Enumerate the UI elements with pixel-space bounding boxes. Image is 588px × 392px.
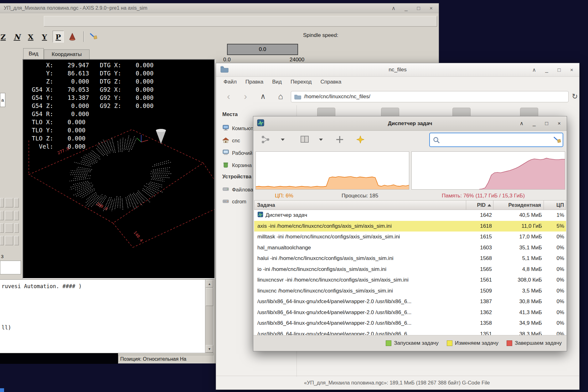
sidebar-item-cdrom[interactable]: cdrom <box>222 198 246 206</box>
process-row[interactable]: halui -ini /home/cnc/linuxcnc/configs/ax… <box>254 253 566 264</box>
side-entry[interactable]: a <box>0 93 5 107</box>
scroll-up-icon[interactable]: ▲ <box>206 280 213 288</box>
jog-button[interactable] <box>0 211 4 220</box>
jog-button[interactable] <box>5 198 13 207</box>
process-name-text: linuxcncsvr -ini /home/cnc/linuxcnc/conf… <box>257 277 409 283</box>
up-icon[interactable]: ∧ <box>256 88 270 105</box>
process-name: halui -ini /home/cnc/linuxcnc/configs/ax… <box>254 255 466 262</box>
clear-search-icon[interactable] <box>553 136 561 145</box>
process-tree-icon[interactable] <box>261 135 270 144</box>
file-manager-titlebar[interactable]: nc_files ∧ _ □ × <box>216 63 579 77</box>
shade-button[interactable]: ∧ <box>390 6 397 11</box>
dimension-label: 280.8 <box>95 201 109 211</box>
process-row[interactable]: axis -ini /home/cnc/linuxcnc/configs/axi… <box>254 221 566 232</box>
minimize-button[interactable]: _ <box>544 67 550 73</box>
pick-window-icon[interactable] <box>335 135 344 144</box>
sidebar-item-trash[interactable]: Корзина <box>222 162 252 169</box>
sidebar-item-cnc[interactable]: cnc <box>222 137 240 145</box>
tab-preview[interactable]: Вид <box>23 48 44 59</box>
search-field[interactable] <box>429 133 563 147</box>
file-manager-title: nc_files <box>216 67 579 73</box>
process-row[interactable]: /usr/lib/x86_64-linux-gnu/xfce4/panel/wr… <box>254 307 566 318</box>
axis-view-x-button[interactable]: X <box>25 31 36 43</box>
process-row[interactable]: Диспетчер задач164240,5 МиБ1% <box>254 210 566 221</box>
maximize-button[interactable]: □ <box>415 6 422 11</box>
column-header-resident[interactable]: Резидентная <box>493 200 544 210</box>
process-name-text: milltask -ini /home/cnc/linuxcnc/configs… <box>257 234 400 240</box>
back-icon[interactable]: ‹ <box>222 88 235 105</box>
jog-button[interactable] <box>0 223 4 233</box>
minimize-button[interactable]: _ <box>403 6 409 11</box>
column-header-cpu[interactable]: ЦП <box>544 200 566 210</box>
chevron-down-icon[interactable] <box>319 139 323 141</box>
file-icon-partial[interactable] <box>452 108 471 116</box>
process-row[interactable]: linuxcncsvr -ini /home/cnc/linuxcnc/conf… <box>254 275 566 286</box>
menu-файл[interactable]: Файл <box>219 79 241 85</box>
menu-справка[interactable]: Справка <box>316 79 346 85</box>
places-header: Места <box>222 111 238 117</box>
scroll-down-icon[interactable]: ▼ <box>206 345 213 353</box>
process-row[interactable]: /usr/lib/x86_64-linux-gnu/xfce4/panel/wr… <box>254 329 566 336</box>
spindle-scale-max: 24000 <box>290 57 304 63</box>
close-button[interactable]: × <box>428 6 434 11</box>
process-row[interactable]: hal_manualtoolchange160335,1 МиБ0% <box>254 242 566 253</box>
process-row[interactable]: milltask -ini /home/cnc/linuxcnc/configs… <box>254 232 566 242</box>
path-bar[interactable]: /home/cnc/linuxcnc/nc_files/ <box>291 91 569 102</box>
jog-button[interactable] <box>14 198 19 207</box>
sparkle-icon[interactable] <box>356 135 365 144</box>
process-row[interactable]: io -ini /home/cnc/linuxcnc/configs/axis_… <box>254 264 566 275</box>
axis-view-z-button[interactable]: Z <box>0 31 9 43</box>
dimension-label: 140.4 <box>133 230 144 243</box>
process-name-text: hal_manualtoolchange <box>257 245 311 251</box>
jog-button[interactable] <box>14 236 19 245</box>
gcode-scrollbar[interactable]: ▲ ▼ <box>205 280 214 353</box>
process-pid: 1509 <box>466 288 494 294</box>
shade-button[interactable]: ∧ <box>531 67 537 73</box>
task-manager-titlebar[interactable]: Диспетчер задач ∧ _ □ × <box>253 116 567 131</box>
process-row[interactable]: /usr/lib/x86_64-linux-gnu/xfce4/panel/wr… <box>254 318 566 329</box>
gcode-preview-canvas[interactable]: 277.8 280.8 140.4 X: 29.947 DTG X: 0.000 <box>23 59 215 279</box>
file-icon-partial[interactable] <box>520 108 538 116</box>
close-button[interactable]: × <box>569 67 575 73</box>
axis-status-bar: Позиция: Относительная На <box>118 355 214 363</box>
file-icon-partial[interactable] <box>317 108 335 116</box>
file-icon-partial[interactable] <box>381 108 399 116</box>
jog-button[interactable] <box>5 236 13 245</box>
tool-cone-icon[interactable] <box>66 31 78 43</box>
forward-icon[interactable]: › <box>239 88 252 105</box>
maximize-button[interactable]: □ <box>556 67 562 73</box>
refresh-icon[interactable]: ↻ <box>570 88 580 105</box>
jog-button[interactable] <box>0 198 4 207</box>
side-spinbox[interactable] <box>0 261 21 274</box>
process-cpu: 0% <box>544 266 566 272</box>
scrollbar-thumb[interactable] <box>206 288 213 306</box>
home-icon <box>222 137 229 145</box>
column-header-task[interactable]: Задача <box>254 200 466 210</box>
column-header-pid[interactable]: PID <box>466 200 493 210</box>
jog-button[interactable] <box>5 223 13 233</box>
axis-view-y-button[interactable]: Y <box>39 31 50 43</box>
menu-правка[interactable]: Правка <box>241 79 268 85</box>
axis-view-p-button[interactable]: P <box>53 31 64 43</box>
search-input[interactable] <box>442 134 549 146</box>
process-row[interactable]: linuxcnc /home/cnc/linuxcnc/configs/axis… <box>254 286 566 297</box>
jog-button[interactable] <box>14 211 19 220</box>
gcode-listing[interactable]: ruvesi Automation. #### ) ll) ▲ ▼ <box>0 279 214 353</box>
tab-dro[interactable]: Координаты <box>44 49 90 59</box>
spindle-speed-bar[interactable]: 0.0 <box>227 44 298 55</box>
spindle-speed-label: Spindle speed: <box>303 32 338 38</box>
columns-view-icon[interactable] <box>300 135 309 143</box>
home-icon[interactable]: ⌂ <box>274 88 287 105</box>
desktop-icon <box>222 149 229 157</box>
menu-вид[interactable]: Вид <box>268 79 286 85</box>
axis-titlebar[interactable]: УП_для_Михаила половина.ngc - AXIS 2.9.0… <box>0 3 439 13</box>
chevron-down-icon[interactable] <box>281 139 285 141</box>
process-row[interactable]: /usr/lib/x86_64-linux-gnu/xfce4/panel/wr… <box>254 296 566 307</box>
clear-plot-button[interactable] <box>87 31 99 43</box>
jog-button[interactable] <box>5 211 13 220</box>
menu-переход[interactable]: Переход <box>286 79 316 85</box>
jog-button[interactable] <box>0 236 4 245</box>
jog-button[interactable] <box>14 223 19 233</box>
axis-view-n-button[interactable]: N <box>11 31 23 43</box>
process-pid: 1565 <box>466 266 494 272</box>
